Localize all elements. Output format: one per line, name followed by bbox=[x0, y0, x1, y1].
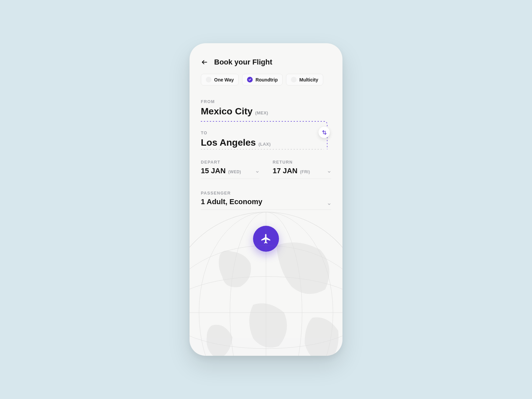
route-section: FROM Mexico City (MEX) TO Los Angeles (L… bbox=[201, 99, 331, 148]
trip-type-label: Roundtrip bbox=[255, 77, 278, 82]
to-label: TO bbox=[201, 131, 331, 135]
radio-unchecked-icon bbox=[291, 77, 297, 82]
return-date: 17 JAN bbox=[273, 167, 298, 175]
from-code: (MEX) bbox=[255, 110, 268, 115]
page-title: Book your Flight bbox=[214, 58, 272, 66]
return-label: RETURN bbox=[273, 160, 331, 165]
svg-point-2 bbox=[190, 277, 342, 349]
dates-section: DEPART 15 JAN (WED) RETURN 17 JAN (FRI) bbox=[201, 160, 331, 179]
trip-type-selector: One Way Roundtrip Multicity bbox=[201, 74, 331, 85]
back-button[interactable] bbox=[201, 59, 208, 66]
from-field[interactable]: FROM Mexico City (MEX) bbox=[201, 99, 331, 117]
return-day: (FRI) bbox=[300, 170, 310, 174]
return-field[interactable]: RETURN 17 JAN (FRI) bbox=[273, 160, 331, 179]
depart-day: (WED) bbox=[228, 170, 241, 174]
passenger-value: 1 Adult, Economy bbox=[201, 198, 331, 206]
trip-type-label: One Way bbox=[214, 77, 234, 82]
arrow-left-icon bbox=[201, 59, 208, 66]
to-field[interactable]: TO Los Angeles (LAX) bbox=[201, 131, 331, 148]
phone-frame: Book your Flight One Way Roundtrip Multi… bbox=[190, 43, 342, 356]
to-code: (LAX) bbox=[258, 142, 271, 147]
depart-date: 15 JAN bbox=[201, 167, 226, 175]
chevron-down-icon bbox=[327, 201, 331, 205]
trip-type-roundtrip[interactable]: Roundtrip bbox=[242, 74, 283, 85]
passenger-field[interactable]: PASSENGER 1 Adult, Economy bbox=[201, 191, 331, 210]
radio-unchecked-icon bbox=[206, 77, 211, 82]
depart-field[interactable]: DEPART 15 JAN (WED) bbox=[201, 160, 259, 179]
passenger-label: PASSENGER bbox=[201, 191, 331, 196]
chevron-down-icon bbox=[255, 169, 259, 173]
to-city: Los Angeles bbox=[201, 137, 256, 148]
swap-button[interactable] bbox=[319, 127, 330, 138]
depart-label: DEPART bbox=[201, 160, 259, 165]
trip-type-one-way[interactable]: One Way bbox=[201, 74, 239, 85]
svg-point-3 bbox=[190, 246, 342, 356]
chevron-down-icon bbox=[327, 169, 331, 173]
trip-type-label: Multicity bbox=[299, 77, 318, 82]
from-city: Mexico City bbox=[201, 106, 253, 117]
search-flight-button[interactable] bbox=[253, 226, 279, 252]
swap-vertical-icon bbox=[322, 130, 327, 135]
trip-type-multicity[interactable]: Multicity bbox=[286, 74, 323, 85]
from-label: FROM bbox=[201, 99, 331, 104]
app-header: Book your Flight bbox=[201, 58, 331, 66]
radio-checked-icon bbox=[247, 77, 253, 82]
airplane-icon bbox=[260, 233, 272, 244]
